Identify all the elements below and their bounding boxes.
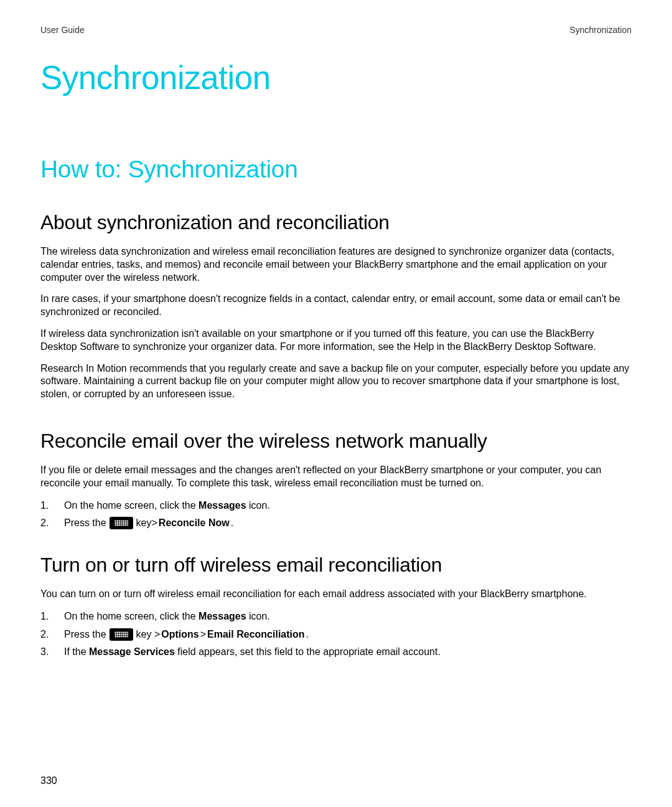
- turnon-heading: Turn on or turn off wireless email recon…: [40, 554, 632, 577]
- blackberry-key-icon: [110, 628, 133, 641]
- step-bold: Options: [161, 628, 198, 641]
- about-paragraph-3: If wireless data synchronization isn't a…: [40, 328, 632, 354]
- blackberry-key-icon: [110, 517, 133, 529]
- step-text: If the: [64, 646, 89, 657]
- about-heading: About synchronization and reconciliation: [40, 211, 632, 234]
- turnon-step-2: Press the key > Options > Email Reconcil…: [64, 628, 632, 641]
- step-bold: Messages: [198, 611, 246, 621]
- step-text: .: [306, 628, 309, 641]
- step-text: Press the: [64, 628, 106, 641]
- about-paragraph-4: Research In Motion recommends that you r…: [40, 362, 632, 401]
- step-text: Press the: [64, 516, 106, 530]
- step-text: key >: [136, 628, 161, 641]
- step-bold: Message Services: [89, 646, 175, 657]
- reconcile-step-2: Press the key> Reconcile Now.: [64, 516, 632, 530]
- reconcile-step-1: On the home screen, click the Messages i…: [64, 499, 632, 512]
- page-header: User Guide Synchronization: [40, 25, 632, 35]
- section-heading: How to: Synchronization: [40, 156, 632, 183]
- page-title: Synchronization: [40, 59, 632, 97]
- step-text: On the home screen, click the: [64, 500, 198, 511]
- step-text: >: [200, 628, 206, 641]
- step-text: .: [231, 516, 233, 530]
- reconcile-intro: If you file or delete email messages and…: [40, 464, 632, 490]
- step-bold: Email Reconciliation: [207, 628, 304, 641]
- reconcile-heading: Reconcile email over the wireless networ…: [40, 430, 632, 453]
- step-text: field appears, set this field to the app…: [175, 646, 441, 657]
- header-left: User Guide: [40, 25, 85, 35]
- turnon-intro: You can turn on or turn off wireless ema…: [40, 588, 632, 601]
- step-text: On the home screen, click the: [64, 611, 198, 621]
- reconcile-steps: On the home screen, click the Messages i…: [40, 499, 632, 531]
- header-right: Synchronization: [569, 25, 632, 35]
- about-paragraph-2: In rare cases, if your smartphone doesn'…: [40, 293, 632, 319]
- step-text: key>: [136, 516, 157, 530]
- step-text: icon.: [246, 611, 270, 621]
- page-number: 330: [40, 775, 57, 786]
- about-paragraph-1: The wireless data synchronization and wi…: [40, 245, 632, 284]
- turnon-steps: On the home screen, click the Messages i…: [40, 610, 632, 659]
- turnon-step-3: If the Message Services field appears, s…: [64, 645, 632, 659]
- turnon-step-1: On the home screen, click the Messages i…: [64, 610, 632, 623]
- step-bold: Messages: [198, 500, 246, 511]
- step-text: icon.: [246, 500, 270, 511]
- step-bold: Reconcile Now: [159, 516, 230, 530]
